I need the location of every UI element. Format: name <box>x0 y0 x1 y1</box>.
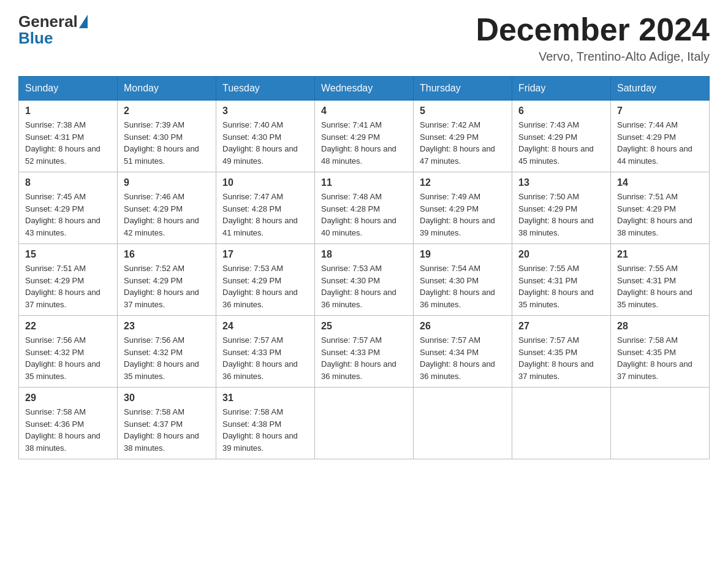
day-number: 23 <box>124 321 210 332</box>
calendar-cell: 19Sunrise: 7:54 AMSunset: 4:30 PMDayligh… <box>414 244 512 316</box>
day-number: 18 <box>321 249 407 260</box>
day-number: 1 <box>25 105 111 117</box>
calendar-cell: 11Sunrise: 7:48 AMSunset: 4:28 PMDayligh… <box>315 172 414 244</box>
calendar-cell: 5Sunrise: 7:42 AMSunset: 4:29 PMDaylight… <box>414 101 512 172</box>
day-info: Sunrise: 7:47 AMSunset: 4:28 PMDaylight:… <box>222 191 308 239</box>
calendar-cell: 9Sunrise: 7:46 AMSunset: 4:29 PMDaylight… <box>118 172 216 244</box>
day-number: 6 <box>518 105 604 117</box>
day-number: 21 <box>617 249 703 260</box>
day-info: Sunrise: 7:51 AMSunset: 4:29 PMDaylight:… <box>617 191 703 239</box>
column-header-friday: Friday <box>512 77 611 101</box>
calendar-cell: 25Sunrise: 7:57 AMSunset: 4:33 PMDayligh… <box>315 316 414 388</box>
day-number: 16 <box>124 249 210 260</box>
day-number: 10 <box>222 177 308 188</box>
day-info: Sunrise: 7:50 AMSunset: 4:29 PMDaylight:… <box>518 191 604 239</box>
calendar-cell: 13Sunrise: 7:50 AMSunset: 4:29 PMDayligh… <box>512 172 611 244</box>
day-info: Sunrise: 7:57 AMSunset: 4:35 PMDaylight:… <box>518 334 604 382</box>
day-number: 28 <box>617 321 703 332</box>
column-header-tuesday: Tuesday <box>216 77 315 101</box>
calendar-cell: 10Sunrise: 7:47 AMSunset: 4:28 PMDayligh… <box>216 172 315 244</box>
day-info: Sunrise: 7:42 AMSunset: 4:29 PMDaylight:… <box>420 119 506 167</box>
calendar-week-row: 1Sunrise: 7:38 AMSunset: 4:31 PMDaylight… <box>19 101 710 172</box>
calendar-cell: 29Sunrise: 7:58 AMSunset: 4:36 PMDayligh… <box>19 388 118 459</box>
calendar-cell: 27Sunrise: 7:57 AMSunset: 4:35 PMDayligh… <box>512 316 611 388</box>
day-number: 8 <box>25 177 111 188</box>
calendar-cell: 31Sunrise: 7:58 AMSunset: 4:38 PMDayligh… <box>216 388 315 459</box>
column-header-sunday: Sunday <box>19 77 118 101</box>
day-info: Sunrise: 7:58 AMSunset: 4:37 PMDaylight:… <box>124 406 210 454</box>
day-info: Sunrise: 7:57 AMSunset: 4:34 PMDaylight:… <box>420 334 506 382</box>
calendar-cell: 17Sunrise: 7:53 AMSunset: 4:29 PMDayligh… <box>216 244 315 316</box>
calendar-cell: 12Sunrise: 7:49 AMSunset: 4:29 PMDayligh… <box>414 172 512 244</box>
day-number: 22 <box>25 321 111 332</box>
column-header-wednesday: Wednesday <box>315 77 414 101</box>
day-info: Sunrise: 7:53 AMSunset: 4:29 PMDaylight:… <box>222 262 308 310</box>
day-number: 14 <box>617 177 703 188</box>
day-number: 4 <box>321 105 407 117</box>
calendar-cell: 6Sunrise: 7:43 AMSunset: 4:29 PMDaylight… <box>512 101 611 172</box>
calendar-cell: 23Sunrise: 7:56 AMSunset: 4:32 PMDayligh… <box>118 316 216 388</box>
day-info: Sunrise: 7:52 AMSunset: 4:29 PMDaylight:… <box>124 262 210 310</box>
calendar-cell: 18Sunrise: 7:53 AMSunset: 4:30 PMDayligh… <box>315 244 414 316</box>
day-number: 20 <box>518 249 604 260</box>
calendar-header-row: SundayMondayTuesdayWednesdayThursdayFrid… <box>19 77 710 101</box>
day-info: Sunrise: 7:41 AMSunset: 4:29 PMDaylight:… <box>321 119 407 167</box>
calendar-cell: 28Sunrise: 7:58 AMSunset: 4:35 PMDayligh… <box>611 316 710 388</box>
calendar-cell <box>512 388 611 459</box>
calendar-cell: 26Sunrise: 7:57 AMSunset: 4:34 PMDayligh… <box>414 316 512 388</box>
day-number: 30 <box>124 393 210 404</box>
day-info: Sunrise: 7:48 AMSunset: 4:28 PMDaylight:… <box>321 191 407 239</box>
day-number: 27 <box>518 321 604 332</box>
calendar-cell: 8Sunrise: 7:45 AMSunset: 4:29 PMDaylight… <box>19 172 118 244</box>
day-number: 26 <box>420 321 506 332</box>
day-info: Sunrise: 7:45 AMSunset: 4:29 PMDaylight:… <box>25 191 111 239</box>
calendar-week-row: 15Sunrise: 7:51 AMSunset: 4:29 PMDayligh… <box>19 244 710 316</box>
day-number: 29 <box>25 393 111 404</box>
day-info: Sunrise: 7:55 AMSunset: 4:31 PMDaylight:… <box>518 262 604 310</box>
title-section: December 2024 Vervo, Trentino-Alto Adige… <box>476 12 710 64</box>
logo-blue-text: Blue <box>18 29 53 48</box>
day-number: 5 <box>420 105 506 117</box>
calendar-cell: 20Sunrise: 7:55 AMSunset: 4:31 PMDayligh… <box>512 244 611 316</box>
day-number: 24 <box>222 321 308 332</box>
column-header-saturday: Saturday <box>611 77 710 101</box>
day-number: 17 <box>222 249 308 260</box>
day-info: Sunrise: 7:58 AMSunset: 4:36 PMDaylight:… <box>25 406 111 454</box>
calendar-cell: 21Sunrise: 7:55 AMSunset: 4:31 PMDayligh… <box>611 244 710 316</box>
day-number: 3 <box>222 105 308 117</box>
calendar-cell: 22Sunrise: 7:56 AMSunset: 4:32 PMDayligh… <box>19 316 118 388</box>
day-info: Sunrise: 7:55 AMSunset: 4:31 PMDaylight:… <box>617 262 703 310</box>
day-number: 19 <box>420 249 506 260</box>
day-info: Sunrise: 7:53 AMSunset: 4:30 PMDaylight:… <box>321 262 407 310</box>
logo-triangle-icon <box>79 15 88 28</box>
calendar-cell <box>414 388 512 459</box>
day-info: Sunrise: 7:56 AMSunset: 4:32 PMDaylight:… <box>124 334 210 382</box>
calendar-cell <box>611 388 710 459</box>
month-title: December 2024 <box>476 12 710 47</box>
calendar-cell: 4Sunrise: 7:41 AMSunset: 4:29 PMDaylight… <box>315 101 414 172</box>
day-info: Sunrise: 7:39 AMSunset: 4:30 PMDaylight:… <box>124 119 210 167</box>
calendar-cell <box>315 388 414 459</box>
calendar-cell: 2Sunrise: 7:39 AMSunset: 4:30 PMDaylight… <box>118 101 216 172</box>
calendar-cell: 30Sunrise: 7:58 AMSunset: 4:37 PMDayligh… <box>118 388 216 459</box>
calendar-table: SundayMondayTuesdayWednesdayThursdayFrid… <box>18 76 710 459</box>
calendar-cell: 16Sunrise: 7:52 AMSunset: 4:29 PMDayligh… <box>118 244 216 316</box>
day-info: Sunrise: 7:57 AMSunset: 4:33 PMDaylight:… <box>321 334 407 382</box>
calendar-cell: 1Sunrise: 7:38 AMSunset: 4:31 PMDaylight… <box>19 101 118 172</box>
day-number: 12 <box>420 177 506 188</box>
column-header-monday: Monday <box>118 77 216 101</box>
day-info: Sunrise: 7:51 AMSunset: 4:29 PMDaylight:… <box>25 262 111 310</box>
calendar-week-row: 8Sunrise: 7:45 AMSunset: 4:29 PMDaylight… <box>19 172 710 244</box>
day-info: Sunrise: 7:46 AMSunset: 4:29 PMDaylight:… <box>124 191 210 239</box>
location-subtitle: Vervo, Trentino-Alto Adige, Italy <box>476 50 710 64</box>
day-number: 9 <box>124 177 210 188</box>
calendar-cell: 15Sunrise: 7:51 AMSunset: 4:29 PMDayligh… <box>19 244 118 316</box>
day-info: Sunrise: 7:57 AMSunset: 4:33 PMDaylight:… <box>222 334 308 382</box>
column-header-thursday: Thursday <box>414 77 512 101</box>
day-info: Sunrise: 7:43 AMSunset: 4:29 PMDaylight:… <box>518 119 604 167</box>
day-number: 25 <box>321 321 407 332</box>
day-info: Sunrise: 7:58 AMSunset: 4:38 PMDaylight:… <box>222 406 308 454</box>
day-number: 11 <box>321 177 407 188</box>
calendar-week-row: 29Sunrise: 7:58 AMSunset: 4:36 PMDayligh… <box>19 388 710 459</box>
day-number: 15 <box>25 249 111 260</box>
